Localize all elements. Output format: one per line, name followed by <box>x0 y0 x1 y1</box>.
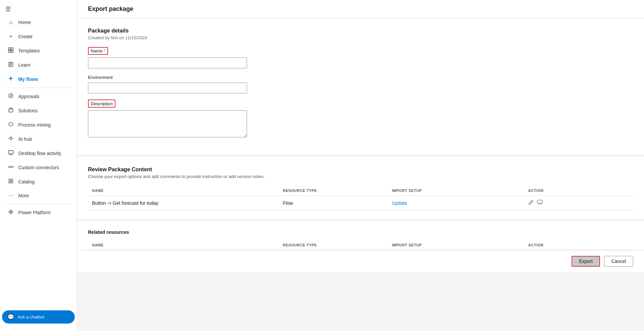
custom-connectors-icon <box>7 164 14 171</box>
sidebar-item-desktop-flow-activity-label: Desktop flow activity <box>18 151 61 156</box>
export-button[interactable]: Export <box>572 256 600 267</box>
sidebar-item-custom-connectors[interactable]: Custom connectors <box>2 161 75 174</box>
review-package-card: Review Package Content Choose your expor… <box>77 157 644 221</box>
ai-hub-icon <box>7 136 14 142</box>
sidebar-item-my-flows-label: My flows <box>18 76 38 82</box>
content-area: Package details Created by N/A on 11/15/… <box>77 18 644 272</box>
sidebar-item-process-mining-label: Process mining <box>18 122 51 128</box>
related-col-resource-type: RESOURCE TYPE <box>279 240 388 250</box>
hamburger-icon: ☰ <box>5 6 11 13</box>
svg-point-16 <box>9 166 10 168</box>
sidebar-item-power-platform[interactable]: Power Platform <box>2 206 75 219</box>
related-col-import-setup: IMPORT SETUP <box>388 240 524 250</box>
catalog-icon <box>7 178 14 185</box>
home-icon: ⌂ <box>7 19 14 25</box>
sidebar-item-templates-label: Templates <box>18 48 40 53</box>
svg-rect-1 <box>11 48 13 50</box>
sidebar-item-learn-label: Learn <box>18 62 30 68</box>
row-action <box>524 196 633 211</box>
name-input[interactable] <box>88 58 247 68</box>
related-resources-table: NAME RESOURCE TYPE IMPORT SETUP ACTION <box>88 240 633 250</box>
review-table-header: NAME RESOURCE TYPE IMPORT SETUP ACTION <box>88 186 633 196</box>
sidebar-item-templates[interactable]: Templates <box>2 44 75 58</box>
sidebar-item-more[interactable]: ··· More <box>2 189 75 202</box>
table-row: Button -> Get forecast for today Flow Up… <box>88 196 633 211</box>
sidebar-item-catalog-label: Catalog <box>18 179 35 184</box>
environment-input[interactable] <box>88 83 247 93</box>
solutions-icon <box>7 107 14 114</box>
package-details-subtitle: Created by N/A on 11/15/2024 <box>88 35 633 40</box>
svg-marker-11 <box>9 122 13 126</box>
chatbot-button[interactable]: 💬 Ask a chatbot <box>2 310 75 324</box>
sidebar-item-power-platform-label: Power Platform <box>18 210 51 215</box>
edit-icon[interactable] <box>528 200 534 206</box>
sidebar-item-learn[interactable]: Learn <box>2 58 75 72</box>
more-icon: ··· <box>7 193 14 199</box>
learn-icon <box>7 62 14 68</box>
description-label-wrapper: Description <box>88 100 115 108</box>
svg-rect-23 <box>537 200 542 203</box>
description-textarea[interactable] <box>88 110 247 137</box>
description-label: Description <box>91 101 113 106</box>
chatbot-icon: 💬 <box>7 314 14 320</box>
sidebar-item-desktop-flow-activity[interactable]: Desktop flow activity <box>2 147 75 160</box>
svg-rect-21 <box>9 181 10 183</box>
svg-rect-19 <box>9 179 10 181</box>
related-table-header: NAME RESOURCE TYPE IMPORT SETUP ACTION <box>88 240 633 250</box>
footer-bar: Export Cancel <box>77 250 644 272</box>
svg-rect-10 <box>9 109 13 112</box>
comment-icon[interactable] <box>537 200 542 206</box>
review-package-title: Review Package Content <box>88 167 633 173</box>
row-name: Button -> Get forecast for today <box>88 196 279 211</box>
col-import-setup: IMPORT SETUP <box>388 186 524 196</box>
sidebar-divider-2 <box>5 204 71 204</box>
sidebar-item-process-mining[interactable]: Process mining <box>2 118 75 132</box>
svg-rect-2 <box>8 50 10 52</box>
import-setup-link[interactable]: Update <box>392 200 407 206</box>
row-resource-type: Flow <box>279 196 388 211</box>
sidebar-item-home[interactable]: ⌂ Home <box>2 16 75 29</box>
create-icon: ＋ <box>7 33 14 40</box>
sidebar-item-solutions-label: Solutions <box>18 108 38 113</box>
environment-label: Environment <box>88 75 113 80</box>
sidebar-item-approvals[interactable]: Approvals <box>2 90 75 103</box>
sidebar-item-catalog[interactable]: Catalog <box>2 175 75 189</box>
related-col-name: NAME <box>88 240 279 250</box>
sidebar-item-ai-hub-label: AI hub <box>18 136 32 142</box>
sidebar-item-solutions[interactable]: Solutions <box>2 104 75 117</box>
name-required-star: * <box>104 48 105 53</box>
chatbot-label: Ask a chatbot <box>18 314 44 319</box>
related-resources-card: Related resources NAME RESOURCE TYPE IMP… <box>77 221 644 250</box>
svg-rect-3 <box>11 50 13 52</box>
svg-point-12 <box>10 137 12 139</box>
col-action: ACTION <box>524 186 633 196</box>
cancel-button[interactable]: Cancel <box>604 256 633 267</box>
power-platform-icon <box>7 209 14 216</box>
my-flows-icon <box>7 76 14 83</box>
sidebar-bottom: 💬 Ask a chatbot <box>0 308 77 326</box>
svg-rect-22 <box>11 181 13 183</box>
environment-field-group: Environment <box>88 74 633 93</box>
page-title: Export package <box>88 5 633 13</box>
row-import-setup[interactable]: Update <box>388 196 524 211</box>
col-name: NAME <box>88 186 279 196</box>
sidebar-item-ai-hub[interactable]: AI hub <box>2 132 75 146</box>
name-label: Name * <box>88 47 108 55</box>
sidebar-item-more-label: More <box>18 193 29 198</box>
name-field-group: Name * <box>88 47 633 68</box>
svg-point-8 <box>10 78 12 80</box>
related-resources-title: Related resources <box>88 229 633 235</box>
review-package-table: NAME RESOURCE TYPE IMPORT SETUP ACTION B… <box>88 186 633 211</box>
svg-rect-13 <box>8 151 13 154</box>
sidebar-item-custom-connectors-label: Custom connectors <box>18 165 59 170</box>
hamburger-menu[interactable]: ☰ <box>0 0 77 16</box>
sidebar-item-create[interactable]: ＋ Create <box>2 29 75 43</box>
sidebar: ☰ ⌂ Home ＋ Create Templates Learn My flo… <box>0 0 77 331</box>
related-col-action: ACTION <box>524 240 633 250</box>
page-header: Export package <box>77 0 644 18</box>
review-package-subtitle: Choose your export options and add comme… <box>88 174 633 179</box>
sidebar-item-my-flows[interactable]: My flows <box>2 72 75 86</box>
sidebar-divider-1 <box>5 88 71 88</box>
sidebar-item-create-label: Create <box>18 34 32 39</box>
approvals-icon <box>7 93 14 100</box>
